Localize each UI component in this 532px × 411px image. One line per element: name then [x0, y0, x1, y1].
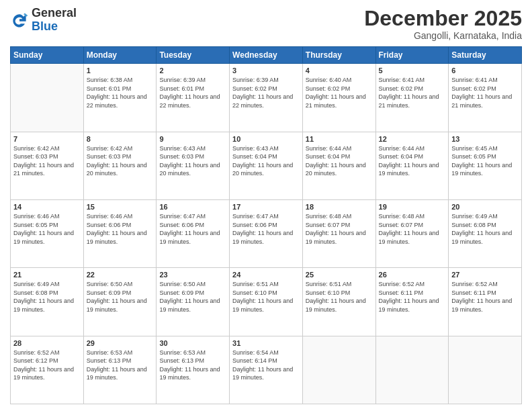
day-number: 12	[379, 135, 446, 143]
day-number: 9	[159, 135, 226, 143]
day-details: Sunrise: 6:51 AM Sunset: 6:10 PM Dayligh…	[306, 280, 373, 314]
day-details: Sunrise: 6:49 AM Sunset: 6:08 PM Dayligh…	[451, 212, 519, 246]
day-number: 22	[87, 271, 154, 279]
calendar-day-cell: 10 Sunrise: 6:43 AM Sunset: 6:04 PM Dayl…	[230, 132, 303, 199]
day-details: Sunrise: 6:41 AM Sunset: 6:02 PM Dayligh…	[379, 76, 446, 109]
calendar-week-row: 7 Sunrise: 6:42 AM Sunset: 6:03 PM Dayli…	[11, 132, 522, 199]
calendar-day-cell: 1 Sunrise: 6:38 AM Sunset: 6:01 PM Dayli…	[83, 64, 157, 132]
calendar-day-cell: 14 Sunrise: 6:46 AM Sunset: 6:05 PM Dayl…	[11, 199, 84, 267]
calendar-day-cell: 3 Sunrise: 6:39 AM Sunset: 6:02 PM Dayli…	[230, 64, 303, 132]
calendar-day-cell: 18 Sunrise: 6:48 AM Sunset: 6:07 PM Dayl…	[302, 199, 375, 267]
weekday-header-saturday: Saturday	[449, 47, 522, 64]
day-number: 16	[159, 203, 226, 211]
logo-icon	[10, 11, 29, 30]
calendar-day-cell	[449, 336, 522, 404]
calendar-day-cell	[11, 64, 84, 132]
day-number: 11	[306, 135, 373, 143]
day-number: 17	[232, 203, 300, 211]
day-number: 3	[232, 66, 300, 75]
day-number: 19	[379, 203, 446, 211]
location: Gangolli, Karnataka, India	[364, 30, 522, 41]
logo-text: General Blue	[32, 7, 77, 34]
calendar-day-cell: 4 Sunrise: 6:40 AM Sunset: 6:02 PM Dayli…	[302, 64, 375, 132]
day-details: Sunrise: 6:51 AM Sunset: 6:10 PM Dayligh…	[232, 280, 300, 314]
calendar-header-row: SundayMondayTuesdayWednesdayThursdayFrid…	[11, 47, 522, 64]
day-number: 25	[306, 271, 373, 279]
day-number: 28	[13, 339, 81, 347]
day-number: 14	[13, 203, 81, 211]
calendar-day-cell: 31 Sunrise: 6:54 AM Sunset: 6:14 PM Dayl…	[230, 336, 303, 404]
calendar-day-cell	[302, 336, 375, 404]
day-number: 24	[232, 271, 300, 279]
day-number: 8	[87, 135, 154, 143]
day-details: Sunrise: 6:52 AM Sunset: 6:11 PM Dayligh…	[451, 280, 519, 314]
weekday-header-friday: Friday	[375, 47, 449, 64]
day-number: 21	[13, 271, 81, 279]
day-number: 4	[306, 66, 373, 75]
calendar-day-cell: 15 Sunrise: 6:46 AM Sunset: 6:06 PM Dayl…	[83, 199, 157, 267]
day-details: Sunrise: 6:43 AM Sunset: 6:04 PM Dayligh…	[232, 144, 300, 178]
day-details: Sunrise: 6:47 AM Sunset: 6:06 PM Dayligh…	[159, 212, 226, 246]
day-number: 15	[87, 203, 154, 211]
calendar-day-cell: 16 Sunrise: 6:47 AM Sunset: 6:06 PM Dayl…	[157, 199, 230, 267]
day-number: 1	[87, 66, 154, 75]
day-details: Sunrise: 6:53 AM Sunset: 6:13 PM Dayligh…	[159, 349, 226, 382]
day-details: Sunrise: 6:41 AM Sunset: 6:02 PM Dayligh…	[451, 76, 519, 109]
logo-blue: Blue	[32, 20, 77, 34]
calendar-day-cell	[375, 336, 449, 404]
day-details: Sunrise: 6:46 AM Sunset: 6:05 PM Dayligh…	[13, 212, 81, 246]
calendar-day-cell: 17 Sunrise: 6:47 AM Sunset: 6:06 PM Dayl…	[230, 199, 303, 267]
calendar-day-cell: 30 Sunrise: 6:53 AM Sunset: 6:13 PM Dayl…	[157, 336, 230, 404]
day-number: 2	[159, 66, 226, 75]
calendar-day-cell: 19 Sunrise: 6:48 AM Sunset: 6:07 PM Dayl…	[375, 199, 449, 267]
day-number: 29	[87, 339, 154, 347]
calendar-day-cell: 21 Sunrise: 6:49 AM Sunset: 6:08 PM Dayl…	[11, 268, 84, 336]
day-details: Sunrise: 6:48 AM Sunset: 6:07 PM Dayligh…	[306, 212, 373, 246]
calendar-week-row: 21 Sunrise: 6:49 AM Sunset: 6:08 PM Dayl…	[11, 268, 522, 336]
day-details: Sunrise: 6:40 AM Sunset: 6:02 PM Dayligh…	[306, 76, 373, 109]
day-details: Sunrise: 6:39 AM Sunset: 6:02 PM Dayligh…	[232, 76, 300, 109]
day-details: Sunrise: 6:42 AM Sunset: 6:03 PM Dayligh…	[87, 144, 154, 178]
day-number: 26	[379, 271, 446, 279]
calendar-week-row: 14 Sunrise: 6:46 AM Sunset: 6:05 PM Dayl…	[11, 199, 522, 267]
calendar-day-cell: 22 Sunrise: 6:50 AM Sunset: 6:09 PM Dayl…	[83, 268, 157, 336]
day-number: 10	[232, 135, 300, 143]
day-details: Sunrise: 6:50 AM Sunset: 6:09 PM Dayligh…	[87, 280, 154, 314]
calendar-week-row: 28 Sunrise: 6:52 AM Sunset: 6:12 PM Dayl…	[11, 336, 522, 404]
calendar-day-cell: 11 Sunrise: 6:44 AM Sunset: 6:04 PM Dayl…	[302, 132, 375, 199]
day-number: 31	[232, 339, 300, 347]
day-details: Sunrise: 6:45 AM Sunset: 6:05 PM Dayligh…	[451, 144, 519, 178]
day-number: 23	[159, 271, 226, 279]
calendar-day-cell: 28 Sunrise: 6:52 AM Sunset: 6:12 PM Dayl…	[11, 336, 84, 404]
calendar-day-cell: 8 Sunrise: 6:42 AM Sunset: 6:03 PM Dayli…	[83, 132, 157, 199]
weekday-header-monday: Monday	[83, 47, 157, 64]
day-number: 13	[451, 135, 519, 143]
day-details: Sunrise: 6:46 AM Sunset: 6:06 PM Dayligh…	[87, 212, 154, 246]
day-number: 27	[451, 271, 519, 279]
calendar-day-cell: 7 Sunrise: 6:42 AM Sunset: 6:03 PM Dayli…	[11, 132, 84, 199]
day-number: 20	[451, 203, 519, 211]
day-details: Sunrise: 6:52 AM Sunset: 6:11 PM Dayligh…	[379, 280, 446, 314]
day-details: Sunrise: 6:48 AM Sunset: 6:07 PM Dayligh…	[379, 212, 446, 246]
day-details: Sunrise: 6:52 AM Sunset: 6:12 PM Dayligh…	[13, 349, 81, 382]
calendar-day-cell: 9 Sunrise: 6:43 AM Sunset: 6:03 PM Dayli…	[157, 132, 230, 199]
header: General Blue December 2025 Gangolli, Kar…	[10, 7, 522, 41]
day-details: Sunrise: 6:38 AM Sunset: 6:01 PM Dayligh…	[87, 76, 154, 109]
weekday-header-wednesday: Wednesday	[230, 47, 303, 64]
day-details: Sunrise: 6:50 AM Sunset: 6:09 PM Dayligh…	[159, 280, 226, 314]
calendar-week-row: 1 Sunrise: 6:38 AM Sunset: 6:01 PM Dayli…	[11, 64, 522, 132]
calendar-day-cell: 20 Sunrise: 6:49 AM Sunset: 6:08 PM Dayl…	[449, 199, 522, 267]
calendar-day-cell: 6 Sunrise: 6:41 AM Sunset: 6:02 PM Dayli…	[449, 64, 522, 132]
title-area: December 2025 Gangolli, Karnataka, India	[364, 7, 522, 41]
calendar-day-cell: 25 Sunrise: 6:51 AM Sunset: 6:10 PM Dayl…	[302, 268, 375, 336]
weekday-header-sunday: Sunday	[11, 47, 84, 64]
calendar-day-cell: 29 Sunrise: 6:53 AM Sunset: 6:13 PM Dayl…	[83, 336, 157, 404]
calendar-day-cell: 2 Sunrise: 6:39 AM Sunset: 6:01 PM Dayli…	[157, 64, 230, 132]
calendar-day-cell: 26 Sunrise: 6:52 AM Sunset: 6:11 PM Dayl…	[375, 268, 449, 336]
weekday-header-tuesday: Tuesday	[157, 47, 230, 64]
logo: General Blue	[10, 7, 77, 34]
day-details: Sunrise: 6:44 AM Sunset: 6:04 PM Dayligh…	[379, 144, 446, 178]
day-details: Sunrise: 6:54 AM Sunset: 6:14 PM Dayligh…	[232, 349, 300, 382]
month-title: December 2025	[364, 7, 522, 30]
day-details: Sunrise: 6:44 AM Sunset: 6:04 PM Dayligh…	[306, 144, 373, 178]
